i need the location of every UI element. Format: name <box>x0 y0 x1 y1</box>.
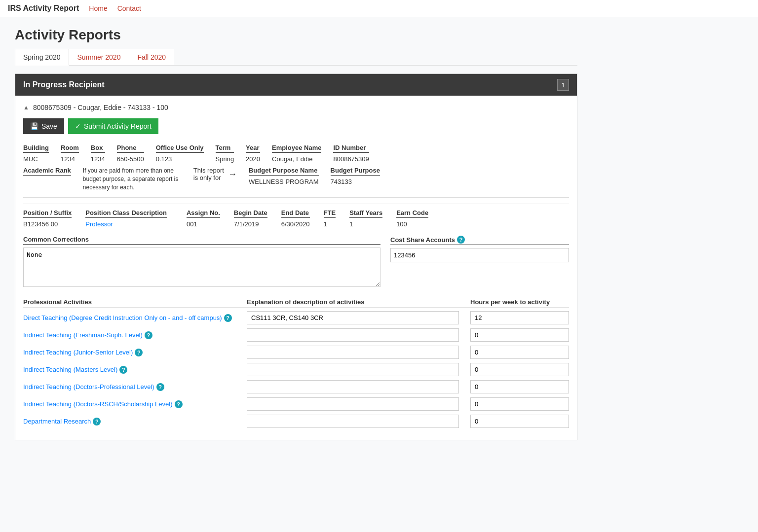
activity-hours-input-6[interactable] <box>470 415 569 428</box>
activity-hours-input-5[interactable] <box>470 397 569 411</box>
navbar-contact-link[interactable]: Contact <box>117 4 141 12</box>
arrow-icon: → <box>228 169 237 179</box>
activity-help-icon-5[interactable]: ? <box>175 400 183 408</box>
employee-name-label: Employee Name <box>272 144 321 153</box>
save-button[interactable]: 💾 Save <box>23 118 64 134</box>
activity-row: Indirect Teaching (Doctors-Professional … <box>23 380 569 393</box>
tab-fall-2020[interactable]: Fall 2020 <box>129 49 174 65</box>
box-value: 1234 <box>91 155 105 163</box>
cost-share-help-icon[interactable]: ? <box>457 236 465 244</box>
activity-hours-input-4[interactable] <box>470 380 569 393</box>
activity-hours-input-2[interactable] <box>470 346 569 359</box>
activity-explanation-input-2[interactable] <box>247 346 459 359</box>
academic-rank-col: Academic Rank <box>23 167 71 177</box>
position-class-label: Position Class Description <box>85 209 167 218</box>
activity-name-5: Indirect Teaching (Doctors-RSCH/Scholars… <box>23 400 247 408</box>
id-number-value: 8008675309 <box>333 155 369 163</box>
card-body: ▲ 8008675309 - Cougar, Eddie - 743133 - … <box>15 96 577 440</box>
room-label: Room <box>61 144 79 153</box>
corrections-textarea[interactable]: None <box>23 248 380 287</box>
navbar: IRS Activity Report Home Contact <box>0 0 758 17</box>
card-header-title: In Progress Recipient <box>23 80 105 89</box>
position-class-col: Position Class Description Professor <box>85 209 167 228</box>
assign-col: Assign No. 001 <box>187 209 220 228</box>
activity-explanation-input-6[interactable] <box>247 415 459 428</box>
activities-col2-label: Explanation of description of activities <box>247 298 470 308</box>
id-number-label: ID Number <box>333 144 369 153</box>
assign-value: 001 <box>187 220 197 228</box>
submit-button[interactable]: ✓ Submit Activity Report <box>68 118 158 134</box>
office-use-col: Office Use Only 0.123 <box>156 144 204 163</box>
cost-share-label: Cost Share Accounts ? <box>390 236 569 245</box>
check-icon: ✓ <box>75 122 81 130</box>
building-label: Building <box>23 144 49 153</box>
begin-date-col: Begin Date 7/1/2019 <box>234 209 267 228</box>
save-label: Save <box>41 122 57 130</box>
corrections-section: Common Corrections None Cost Share Accou… <box>23 236 569 288</box>
staff-years-value: 1 <box>349 220 353 228</box>
cost-share-input[interactable] <box>390 248 569 262</box>
budget-purpose-name-label: Budget Purpose Name <box>249 167 319 176</box>
year-col: Year 2020 <box>246 144 260 163</box>
navbar-brand: IRS Activity Report <box>8 4 79 13</box>
academic-row: Academic Rank If you are paid from more … <box>23 167 569 191</box>
recipient-row: ▲ 8008675309 - Cougar, Eddie - 743133 - … <box>23 104 569 111</box>
room-col: Room 1234 <box>61 144 79 163</box>
activity-name-1: Indirect Teaching (Freshman-Soph. Level)… <box>23 331 247 339</box>
action-buttons: 💾 Save ✓ Submit Activity Report <box>23 118 569 134</box>
activity-hours-input-1[interactable] <box>470 328 569 342</box>
activity-help-icon-2[interactable]: ? <box>135 349 143 356</box>
year-label: Year <box>246 144 260 153</box>
main-content: Activity Reports Spring 2020 Summer 2020… <box>0 17 592 450</box>
activity-hours-input-3[interactable] <box>470 363 569 376</box>
activity-name-3: Indirect Teaching (Masters Level)? <box>23 366 247 374</box>
activity-row: Indirect Teaching (Doctors-RSCH/Scholars… <box>23 397 569 411</box>
activity-help-icon-0[interactable]: ? <box>224 314 232 322</box>
activity-name-0: Direct Teaching (Degree Credit Instructi… <box>23 314 247 322</box>
begin-date-value: 7/1/2019 <box>234 220 259 228</box>
card-header: In Progress Recipient 1 <box>15 74 577 96</box>
employee-name-value: Cougar, Eddie <box>272 155 312 163</box>
save-icon: 💾 <box>30 122 38 130</box>
position-class-value: Professor <box>85 220 113 228</box>
activity-explanation-input-4[interactable] <box>247 380 459 393</box>
navbar-home-link[interactable]: Home <box>89 4 107 12</box>
earn-code-label: Earn Code <box>396 209 428 218</box>
corrections-label: Common Corrections <box>23 236 380 245</box>
activity-explanation-input-5[interactable] <box>247 397 459 411</box>
tab-summer-2020[interactable]: Summer 2020 <box>69 49 129 65</box>
assign-label: Assign No. <box>187 209 220 218</box>
activity-explanation-input-0[interactable] <box>247 311 459 324</box>
office-use-label: Office Use Only <box>156 144 204 153</box>
in-progress-card: In Progress Recipient 1 ▲ 8008675309 - C… <box>15 73 577 440</box>
position-suffix-value: B123456 00 <box>23 220 58 228</box>
activity-name-2: Indirect Teaching (Junior-Senior Level)? <box>23 349 247 356</box>
position-suffix-label: Position / Suffix <box>23 209 72 218</box>
fte-label: FTE <box>324 209 336 218</box>
year-value: 2020 <box>246 155 260 163</box>
activity-name-6: Departmental Research? <box>23 418 247 426</box>
term-col: Term Spring <box>216 144 234 163</box>
activity-help-icon-1[interactable]: ? <box>145 331 152 339</box>
cost-share-col: Cost Share Accounts ? <box>390 236 569 288</box>
tab-spring-2020[interactable]: Spring 2020 <box>15 49 69 66</box>
activity-help-icon-6[interactable]: ? <box>93 418 101 426</box>
building-value: MUC <box>23 155 38 163</box>
activity-help-icon-3[interactable]: ? <box>119 366 127 374</box>
activity-explanation-input-1[interactable] <box>247 328 459 342</box>
phone-value: 650-5500 <box>117 155 144 163</box>
academic-rank-label: Academic Rank <box>23 167 71 176</box>
info-section: Building MUC Room 1234 Box 1234 Phone 65… <box>23 144 569 198</box>
report-only-section: This reportis only for → <box>193 167 237 181</box>
office-use-value: 0.123 <box>156 155 172 163</box>
recipient-info: 8008675309 - Cougar, Eddie - 743133 - 10… <box>33 104 168 111</box>
chevron-up-icon: ▲ <box>23 104 29 111</box>
activity-help-icon-4[interactable]: ? <box>156 383 164 391</box>
activities-col1-label: Professional Activities <box>23 298 247 308</box>
card-badge: 1 <box>557 79 569 91</box>
activity-explanation-input-3[interactable] <box>247 363 459 376</box>
budget-purpose-col: Budget Purpose 743133 <box>331 167 380 185</box>
activity-hours-input-0[interactable] <box>470 311 569 324</box>
begin-date-label: Begin Date <box>234 209 267 218</box>
phone-col: Phone 650-5500 <box>117 144 144 163</box>
